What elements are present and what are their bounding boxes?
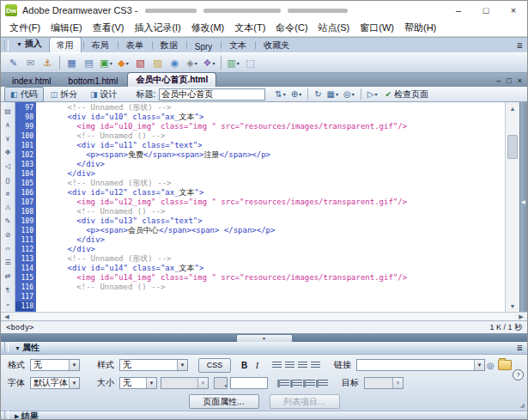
css-button[interactable]: CSS xyxy=(198,358,231,373)
scroll-down-icon[interactable]: ▼ xyxy=(506,300,519,312)
point-to-file-icon[interactable]: ◎ xyxy=(487,361,495,370)
color-value-input[interactable] xyxy=(230,377,268,389)
menu-item-文件F[interactable]: 文件(F) xyxy=(4,20,46,36)
validate-markup-icon[interactable]: ▷▾ xyxy=(367,89,378,99)
named-anchor-icon[interactable]: ⚓ xyxy=(40,56,55,70)
outdent-icon[interactable] xyxy=(302,377,315,389)
panel-grip[interactable] xyxy=(4,342,9,352)
chevron-down-icon[interactable]: ▾ xyxy=(195,60,197,66)
maximize-button[interactable]: □ xyxy=(472,1,500,20)
insert-tab-收藏夹[interactable]: 收藏夹 xyxy=(257,38,296,52)
menu-item-查看V[interactable]: 查看(V) xyxy=(88,20,130,36)
panel-grip[interactable] xyxy=(4,40,9,51)
italic-button[interactable]: I xyxy=(251,359,264,371)
more-icon[interactable]: ⌄ xyxy=(5,296,11,310)
script-icon[interactable]: ❖▾ xyxy=(202,56,216,70)
preview-debug-icon[interactable]: ⊕▾ xyxy=(291,89,301,99)
page-properties-button[interactable]: 页面属性... xyxy=(189,394,259,409)
insert-div-icon[interactable]: ▤ xyxy=(82,56,96,70)
format-select[interactable]: 无▼ xyxy=(30,359,80,371)
chevron-down-icon[interactable]: ▾ xyxy=(283,91,286,97)
refresh-icon[interactable]: ↻ xyxy=(314,89,321,99)
file-management-icon[interactable]: ⇅▾ xyxy=(275,89,285,99)
scroll-up-icon[interactable]: ▲ xyxy=(506,102,519,114)
insert-tab-表单[interactable]: 表单 xyxy=(119,38,150,52)
remove-comment-icon[interactable]: ⊘ xyxy=(5,228,11,241)
size-select[interactable]: 无▼ xyxy=(119,377,157,389)
chevron-down-icon[interactable]: ▾ xyxy=(126,60,129,66)
scroll-left-icon[interactable]: ◀ xyxy=(1,313,13,320)
insert-tab-数据[interactable]: 数据 xyxy=(154,38,185,52)
tag-selector-body[interactable]: <body> xyxy=(6,323,34,332)
ordered-list-icon[interactable] xyxy=(276,377,289,389)
properties-header[interactable]: ▼ 属性 ≣ xyxy=(1,342,527,355)
chevron-down-icon[interactable]: ▾ xyxy=(352,91,355,97)
insert-tab-Spry[interactable]: Spry xyxy=(188,40,220,52)
results-panel-header[interactable]: ▶ 结果 xyxy=(1,411,527,420)
insert-tab-布局[interactable]: 布局 xyxy=(85,38,116,52)
image-icon[interactable]: ▣▾ xyxy=(99,56,113,70)
balance-braces-icon[interactable]: {} xyxy=(5,173,9,186)
scrollbar-thumb[interactable] xyxy=(507,135,518,159)
document-tab-index.html[interactable]: index.html xyxy=(4,76,59,87)
menu-item-窗口W[interactable]: 窗口(W) xyxy=(355,20,399,36)
font-select[interactable]: 默认字体▼ xyxy=(30,377,80,389)
chevron-down-icon[interactable]: ▾ xyxy=(110,60,112,66)
page-title-input[interactable] xyxy=(159,88,265,100)
bold-button[interactable]: B xyxy=(238,359,251,371)
text-color-picker[interactable]: ▾ xyxy=(214,377,228,389)
open-documents-icon[interactable]: ▤ xyxy=(4,104,11,118)
scroll-right-icon[interactable]: ▶ xyxy=(515,313,527,320)
hscroll-track[interactable] xyxy=(14,313,514,320)
insert-tab-文本[interactable]: 文本 xyxy=(222,38,253,52)
menu-item-命令C[interactable]: 命令(C) xyxy=(270,20,313,36)
chevron-down-icon[interactable]: ▾ xyxy=(237,60,240,66)
collapse-full-tag-icon[interactable]: ∧ xyxy=(5,118,10,131)
panel-dock-collapse-bar[interactable]: ◀ xyxy=(519,102,527,312)
menu-item-文本T[interactable]: 文本(T) xyxy=(229,20,270,36)
indent-code-icon[interactable]: ¶ xyxy=(6,283,9,296)
view-button-代码[interactable]: ◧代码 xyxy=(4,87,44,102)
check-page-button[interactable]: ✔ 检查页面 xyxy=(381,88,432,101)
view-button-设计[interactable]: ◨设计 xyxy=(84,87,124,102)
date-icon[interactable]: ▧ xyxy=(133,56,148,70)
horizontal-scrollbar[interactable]: ◀ ▶ xyxy=(1,312,527,320)
server-include-icon[interactable]: ▨ xyxy=(150,56,165,70)
email-link-icon[interactable]: ✉ xyxy=(23,56,38,70)
menu-item-帮助H[interactable]: 帮助(H) xyxy=(399,20,441,36)
media-icon[interactable]: ◆▾ xyxy=(116,56,130,70)
visual-aids-icon[interactable]: ◎▾ xyxy=(343,89,355,99)
align-left-icon[interactable] xyxy=(270,359,283,371)
chevron-down-icon[interactable]: ▾ xyxy=(212,60,215,66)
table-icon[interactable]: ▦ xyxy=(64,56,79,70)
minimize-button[interactable]: – xyxy=(445,1,472,20)
panel-resize-handle[interactable]: ◢ xyxy=(520,402,525,409)
code-editor[interactable]: <!-- Unnamed (形状) --> <div id="u10" clas… xyxy=(36,102,505,312)
view-options-icon[interactable]: ▦▾ xyxy=(327,89,338,99)
align-center-icon[interactable] xyxy=(283,359,296,371)
highlight-invalid-code-icon[interactable]: ⚠ xyxy=(4,200,10,214)
chevron-down-icon[interactable]: ▾ xyxy=(299,91,301,97)
chevron-down-icon[interactable]: ▾ xyxy=(336,91,338,97)
insert-panel-label[interactable]: ▼ 插入 xyxy=(14,38,42,50)
menu-item-插入记录I[interactable]: 插入记录(I) xyxy=(129,20,185,36)
doc-minimize-icon[interactable]: – xyxy=(496,76,501,85)
move-convert-css-icon[interactable]: ⇄ xyxy=(5,269,11,283)
hyperlink-icon[interactable]: ✎ xyxy=(6,56,21,70)
link-input[interactable]: ▼ xyxy=(356,359,485,371)
line-numbers-icon[interactable]: # xyxy=(6,186,9,200)
browse-folder-icon[interactable] xyxy=(498,360,512,370)
wrap-tag-icon[interactable]: ‹› xyxy=(5,241,9,255)
menu-item-修改M[interactable]: 修改(M) xyxy=(186,20,230,36)
head-icon[interactable]: ◈▾ xyxy=(185,56,199,70)
close-button[interactable]: × xyxy=(500,1,527,20)
tag-chooser-icon[interactable]: ⬚ xyxy=(243,56,258,70)
panel-menu-icon[interactable]: ≣ xyxy=(516,41,523,50)
menu-item-站点S[interactable]: 站点(S) xyxy=(313,20,355,36)
insert-tab-常用[interactable]: 常用 xyxy=(49,37,82,52)
panel-menu-icon[interactable]: ≣ xyxy=(516,344,523,352)
comment-icon[interactable]: ◉ xyxy=(167,56,182,70)
document-tab-会员中心首页.html[interactable]: 会员中心首页.html xyxy=(127,72,216,87)
doc-restore-icon[interactable]: □ xyxy=(507,76,511,85)
templates-icon[interactable]: ▥▾ xyxy=(226,56,240,70)
